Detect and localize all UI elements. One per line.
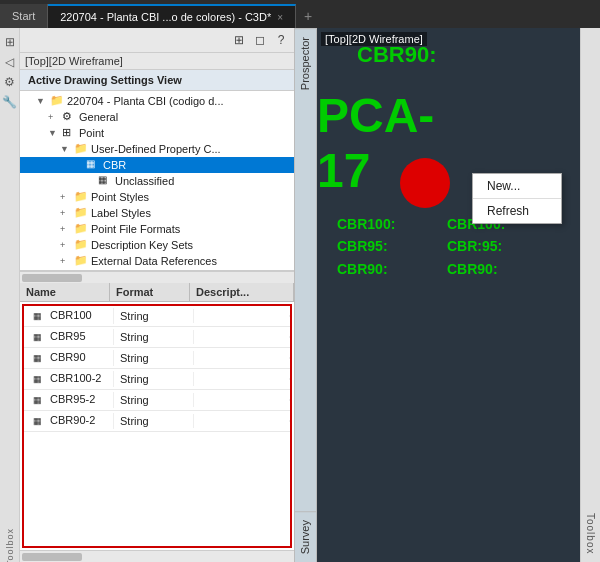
tree-root[interactable]: ▼ 📁 220704 - Planta CBI (codigo d...	[20, 93, 294, 109]
tree-item-point[interactable]: ▼ ⊞ Point	[20, 125, 294, 141]
tree-item-pff[interactable]: + 📁 Point File Formats	[20, 221, 294, 237]
tool-icon-1[interactable]: ⊞	[2, 34, 18, 50]
td-format-1: String	[114, 330, 194, 344]
cbr-icon: ▦	[86, 158, 100, 172]
survey-tab[interactable]: Survey	[295, 511, 316, 562]
td-format-3: String	[114, 372, 194, 386]
tree-item-unclassified[interactable]: ▦ Unclassified	[20, 173, 294, 189]
prospector-tab[interactable]: Prospector	[295, 28, 316, 98]
td-name-0: ▦ CBR100	[24, 308, 114, 324]
row-name-2: CBR90	[50, 351, 85, 363]
ps-icon: 📁	[74, 190, 88, 204]
tree-item-edr[interactable]: + 📁 External Data References	[20, 253, 294, 269]
table-row[interactable]: ▦ CBR90-2 String	[24, 411, 290, 432]
row-format-5: String	[120, 415, 149, 427]
cbr-expand-icon	[72, 160, 84, 170]
tool-icon-4[interactable]: 🔧	[2, 94, 18, 110]
context-menu-new[interactable]: New...	[473, 174, 561, 199]
tree-item-label-styles[interactable]: + 📁 Label Styles	[20, 205, 294, 221]
row-name-4: CBR95-2	[50, 393, 95, 405]
row-name-0: CBR100	[50, 309, 92, 321]
tree-udpc-label: User-Defined Property C...	[91, 143, 221, 155]
settings-header-title: Active Drawing Settings View	[28, 74, 182, 86]
tree-item-ts[interactable]: + 📁 Table Styles	[20, 269, 294, 270]
td-desc-1	[194, 336, 290, 338]
th-format-label: Format	[116, 286, 153, 298]
edr-icon: 📁	[74, 254, 88, 268]
cbr-left-0: CBR100:	[337, 213, 395, 235]
table-row[interactable]: ▦ CBR100 String	[24, 306, 290, 327]
table-hscroll-thumb[interactable]	[22, 553, 82, 561]
row-format-1: String	[120, 331, 149, 343]
panel-area: ⊞ ◻ ? [Top][2D Wireframe] Active Drawing…	[20, 28, 295, 562]
context-new-label: New...	[487, 179, 520, 193]
tree-area: ▼ 📁 220704 - Planta CBI (codigo d... + ⚙…	[20, 91, 294, 271]
main-area: ⊞ ◁ ⚙ 🔧 Toolbox ⊞ ◻ ? [Top][2D Wireframe…	[0, 28, 600, 562]
dks-expand-icon: +	[60, 240, 72, 250]
general-expand-icon: +	[48, 112, 60, 122]
viewport-label-text: [Top][2D Wireframe]	[25, 55, 123, 67]
context-refresh-label: Refresh	[487, 204, 529, 218]
tree-item-point-styles[interactable]: + 📁 Point Styles	[20, 189, 294, 205]
table-row[interactable]: ▦ CBR100-2 String	[24, 369, 290, 390]
tabs-bar: Start 220704 - Planta CBI ...o de colore…	[0, 0, 600, 28]
context-menu: New... Refresh	[472, 173, 562, 224]
tree-point-label: Point	[79, 127, 104, 139]
tree-item-general[interactable]: + ⚙ General	[20, 109, 294, 125]
td-desc-4	[194, 399, 290, 401]
th-format: Format	[110, 283, 190, 301]
tree-general-label: General	[79, 111, 118, 123]
th-name-label: Name	[26, 286, 56, 298]
start-tab[interactable]: Start	[0, 4, 48, 28]
table-body: ▦ CBR100 String ▦ CBR95 String	[22, 304, 292, 548]
start-tab-label: Start	[12, 10, 35, 22]
active-tab[interactable]: 220704 - Planta CBI ...o de colores) - C…	[48, 4, 296, 28]
panel-icon-window[interactable]: ◻	[251, 31, 269, 49]
table-row[interactable]: ▦ CBR95 String	[24, 327, 290, 348]
panel-icon-help[interactable]: ?	[272, 31, 290, 49]
row-name-5: CBR90-2	[50, 414, 95, 426]
tree-unclassified-label: Unclassified	[115, 175, 174, 187]
hscroll-thumb[interactable]	[22, 274, 82, 282]
add-tab-button[interactable]: +	[296, 4, 320, 28]
settings-header: Active Drawing Settings View	[20, 70, 294, 91]
td-desc-0	[194, 315, 290, 317]
survey-label: Survey	[299, 520, 311, 554]
td-name-2: ▦ CBR90	[24, 350, 114, 366]
close-tab-icon[interactable]: ×	[277, 12, 283, 23]
dks-icon: 📁	[74, 238, 88, 252]
td-name-5: ▦ CBR90-2	[24, 413, 114, 429]
panel-icon-grid[interactable]: ⊞	[230, 31, 248, 49]
pca-label: PCA-17	[317, 88, 480, 198]
td-name-4: ▦ CBR95-2	[24, 392, 114, 408]
toolbox-strip: Toolbox	[580, 28, 600, 562]
td-format-2: String	[114, 351, 194, 365]
panel-top-bar: ⊞ ◻ ?	[20, 28, 294, 53]
general-icon: ⚙	[62, 110, 76, 124]
row-icon-5: ▦	[30, 414, 44, 428]
context-menu-refresh[interactable]: Refresh	[473, 199, 561, 223]
tree-edr-label: External Data References	[91, 255, 217, 267]
td-format-4: String	[114, 393, 194, 407]
td-desc-5	[194, 420, 290, 422]
active-tab-label: 220704 - Planta CBI ...o de colores) - C…	[60, 11, 271, 23]
tool-icon-3[interactable]: ⚙	[2, 74, 18, 90]
tool-icon-2[interactable]: ◁	[2, 54, 18, 70]
tree-hscroll[interactable]	[20, 271, 294, 283]
tree-cbr-label: CBR	[103, 159, 126, 171]
tree-item-dks[interactable]: + 📁 Description Key Sets	[20, 237, 294, 253]
table-row[interactable]: ▦ CBR95-2 String	[24, 390, 290, 411]
row-format-3: String	[120, 373, 149, 385]
cbr-right-1: CBR:95:	[447, 235, 505, 257]
point-icon: ⊞	[62, 126, 76, 140]
edr-expand-icon: +	[60, 256, 72, 266]
td-name-3: ▦ CBR100-2	[24, 371, 114, 387]
row-name-3: CBR100-2	[50, 372, 101, 384]
table-row[interactable]: ▦ CBR90 String	[24, 348, 290, 369]
table-hscroll[interactable]	[20, 550, 294, 562]
tree-scroll[interactable]: ▼ 📁 220704 - Planta CBI (codigo d... + ⚙…	[20, 91, 294, 270]
cbr-labels-left: CBR100: CBR95: CBR90:	[337, 213, 395, 280]
tree-item-cbr[interactable]: ▦ CBR	[20, 157, 294, 173]
tree-item-udpc[interactable]: ▼ 📁 User-Defined Property C...	[20, 141, 294, 157]
ls-icon: 📁	[74, 206, 88, 220]
